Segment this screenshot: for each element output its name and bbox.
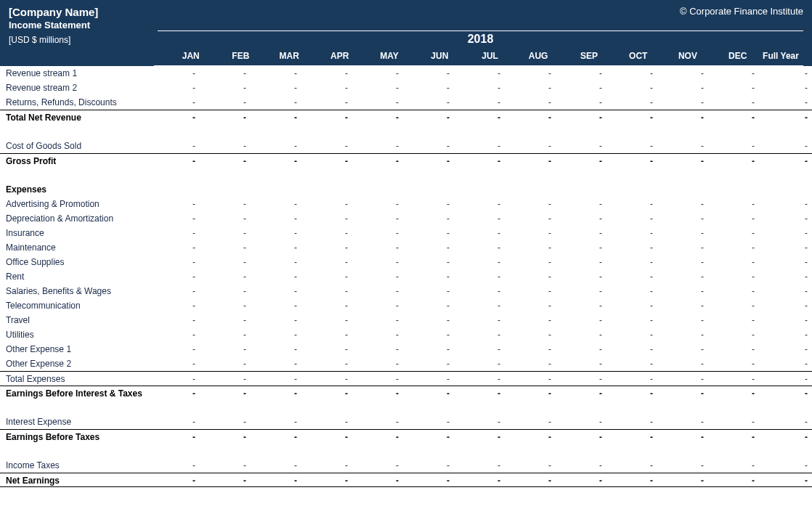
month-mar: MAR [253, 48, 304, 66]
cell: - [352, 298, 403, 313]
cell: - [759, 372, 812, 386]
cell: - [759, 255, 812, 269]
cell: - [606, 327, 657, 342]
cell: - [200, 327, 251, 342]
row-label: Gross Profit [0, 154, 149, 168]
cell: - [301, 430, 352, 444]
cell: - [708, 473, 759, 486]
row-gross_profit: Gross Profit------------- [0, 153, 812, 168]
row-cogs: Cost of Goods Sold------------- [0, 139, 812, 153]
row-label: Income Taxes [0, 458, 149, 473]
cell: - [759, 139, 812, 153]
spacer-row [0, 444, 812, 458]
cell: - [454, 430, 505, 444]
cell: - [301, 139, 352, 153]
cell: - [403, 66, 454, 81]
row-label: Insurance [0, 226, 149, 240]
cell: - [200, 139, 251, 153]
cell: - [505, 356, 556, 371]
month-aug: AUG [503, 48, 553, 66]
cell: - [657, 66, 708, 81]
row-label: Earnings Before Interest & Taxes [0, 386, 149, 400]
cell: - [556, 269, 606, 284]
cell: - [200, 298, 251, 313]
cell: - [200, 110, 251, 124]
cell: - [505, 284, 556, 298]
cell: - [454, 386, 505, 400]
row-total_exp: Total Expenses------------- [0, 371, 812, 386]
cell: - [454, 197, 505, 211]
cell: - [505, 327, 556, 342]
cell: - [301, 226, 352, 240]
cell: - [556, 342, 606, 356]
cell: - [606, 356, 657, 371]
cell: - [403, 81, 454, 95]
cell: - [657, 269, 708, 284]
cell: - [556, 240, 606, 255]
cell: - [251, 458, 301, 473]
cell: - [606, 110, 657, 124]
cell: - [505, 269, 556, 284]
cell: - [759, 473, 812, 486]
cell: - [708, 284, 759, 298]
month-jun: JUN [403, 48, 453, 66]
cell: - [657, 313, 708, 327]
cell: - [708, 255, 759, 269]
cell: - [301, 197, 352, 211]
cell: - [708, 356, 759, 371]
row-util: Utilities------------- [0, 327, 812, 342]
cell: - [352, 458, 403, 473]
month-feb: FEB [204, 48, 254, 66]
cell: - [505, 342, 556, 356]
cell: - [505, 154, 556, 168]
cell: - [301, 66, 352, 81]
cell: - [606, 342, 657, 356]
cell: - [606, 386, 657, 400]
cell: - [403, 197, 454, 211]
cell: - [301, 356, 352, 371]
cell: - [708, 372, 759, 386]
section-label: Expenses [0, 182, 149, 197]
cell: - [454, 356, 505, 371]
cell: - [556, 110, 606, 124]
cell: - [708, 386, 759, 400]
row-label: Office Supplies [0, 255, 149, 269]
cell: - [301, 458, 352, 473]
cell: - [556, 372, 606, 386]
cell: - [759, 154, 812, 168]
cell: - [708, 81, 759, 95]
cell: - [505, 211, 556, 226]
company-name: [Company Name] [9, 6, 98, 18]
cell: - [352, 81, 403, 95]
cell: - [403, 372, 454, 386]
cell: - [505, 197, 556, 211]
row-label: Net Earnings [0, 473, 149, 486]
row-label: Total Net Revenue [0, 110, 149, 124]
cell: - [200, 473, 251, 486]
cell: - [352, 473, 403, 486]
cell: - [403, 415, 454, 429]
cell: - [505, 81, 556, 95]
cell: - [200, 269, 251, 284]
cell: - [556, 313, 606, 327]
row-label: Telecommunication [0, 298, 149, 313]
cell: - [454, 313, 505, 327]
row-rev1: Revenue stream 1------------- [0, 66, 812, 81]
cell: - [556, 226, 606, 240]
cell: - [606, 95, 657, 110]
cell: - [149, 430, 200, 444]
cell: - [556, 197, 606, 211]
row-label: Revenue stream 2 [0, 81, 149, 95]
cell: - [657, 327, 708, 342]
cell: - [759, 197, 812, 211]
cell: - [556, 430, 606, 444]
cell: - [454, 255, 505, 269]
cell: - [556, 284, 606, 298]
cell: - [352, 415, 403, 429]
cell: - [200, 415, 251, 429]
row-label: Returns, Refunds, Discounts [0, 95, 149, 110]
cell: - [556, 298, 606, 313]
row-ebt: Earnings Before Taxes------------- [0, 429, 812, 444]
cell: - [657, 284, 708, 298]
cell: - [301, 298, 352, 313]
